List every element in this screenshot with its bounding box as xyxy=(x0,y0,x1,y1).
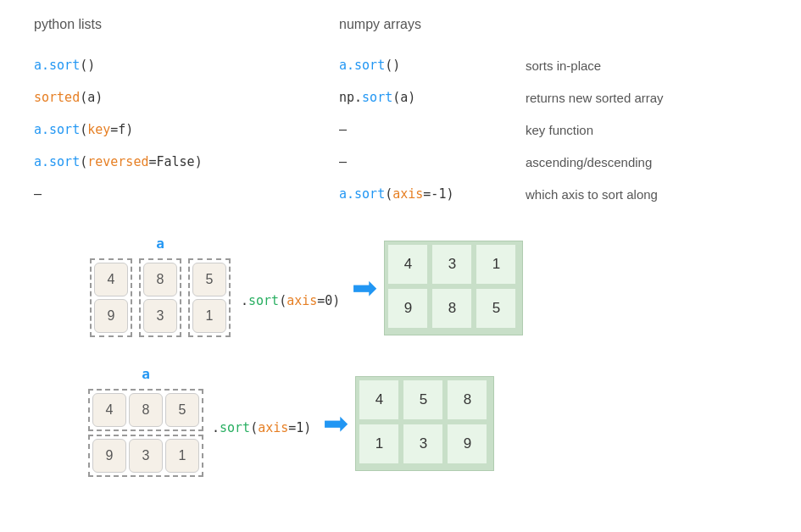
code-token: a.sort xyxy=(34,58,80,73)
matrix-cell: 5 xyxy=(403,380,442,419)
matrix-cell: 1 xyxy=(165,439,199,473)
right-arrow: ➡ xyxy=(352,273,377,303)
paren: ( xyxy=(279,293,286,308)
col-highlight-1: 8 3 xyxy=(139,258,181,337)
code-token: =False) xyxy=(148,154,202,169)
code-token: sort xyxy=(362,90,392,105)
matrix-cell: 3 xyxy=(432,245,471,284)
matrix-cell: 3 xyxy=(403,424,442,463)
python-code: a.sort(key=f) xyxy=(34,122,339,137)
param-key: axis xyxy=(258,420,288,435)
matrix-cell: 5 xyxy=(192,263,226,296)
matrix-cell: 1 xyxy=(476,245,515,284)
matrix-cell: 8 xyxy=(129,393,163,427)
numpy-code: – xyxy=(339,154,526,169)
code-token: axis xyxy=(392,186,423,202)
code-token: () xyxy=(80,58,95,73)
matrix-cell: 4 xyxy=(359,380,398,419)
code-token: – xyxy=(339,154,347,169)
matrix-cell: 4 xyxy=(94,263,128,296)
code-token: np. xyxy=(339,90,362,105)
code-token: – xyxy=(34,186,42,202)
matrix-cell: 5 xyxy=(165,393,199,427)
python-code: a.sort(reversed=False) xyxy=(34,154,339,169)
matrix-cell: 1 xyxy=(359,424,398,463)
python-code: sorted(a) xyxy=(34,90,339,105)
axis0-input: 4 9 8 3 5 1 xyxy=(85,255,236,341)
code-token: a.sort xyxy=(34,122,80,137)
matrix-cell: 1 xyxy=(192,299,226,333)
matrix-cell: 9 xyxy=(92,439,126,473)
table-row: a.sort(key=f) – key function xyxy=(34,114,767,146)
axis0-output-matrix: 4 3 1 9 8 5 xyxy=(384,241,523,335)
param-key: axis xyxy=(286,293,317,308)
code-token: (a) xyxy=(80,90,103,105)
matrix-cell: 4 xyxy=(388,245,427,284)
axis0-diagram: a 4 9 8 3 5 1 .sort(axis=0) xyxy=(85,236,767,341)
code-token: key xyxy=(87,122,110,137)
diagrams-section: a 4 9 8 3 5 1 .sort(axis=0) xyxy=(34,236,767,480)
code-token: a.sort xyxy=(339,186,385,202)
code-token: reversed xyxy=(87,154,148,169)
axis1-label: a xyxy=(142,366,150,382)
axis0-sort-label: .sort(axis=0) xyxy=(241,293,340,308)
matrix-cell: 3 xyxy=(129,439,163,473)
matrix-cell: 8 xyxy=(448,380,487,419)
code-token: ( xyxy=(80,122,87,137)
axis1-input-matrix: a 4 8 5 9 3 1 xyxy=(85,366,207,480)
matrix-cell: 8 xyxy=(143,263,177,296)
axis1-diagram: a 4 8 5 9 3 1 .sort(axis=1) ➡ xyxy=(85,366,767,480)
code-token: () xyxy=(385,58,400,73)
table-row: sorted(a) np.sort(a) returns new sorted … xyxy=(34,81,767,114)
method: sort xyxy=(220,420,250,435)
description: sorts in-place xyxy=(526,58,767,73)
eq: =0) xyxy=(317,293,340,308)
code-token: sorted xyxy=(34,90,80,105)
eq: =1) xyxy=(288,420,311,435)
numpy-code: a.sort(axis=-1) xyxy=(339,186,526,202)
description: returns new sorted array xyxy=(526,91,767,105)
code-token: (a) xyxy=(392,90,415,105)
axis0-label: a xyxy=(156,236,164,252)
matrix-cell: 9 xyxy=(448,424,487,463)
comparison-table: a.sort() a.sort() sorts in-place sorted(… xyxy=(34,49,767,210)
col-highlight-2: 5 1 xyxy=(188,258,231,337)
numpy-code: – xyxy=(339,122,526,137)
python-header: python lists xyxy=(34,17,339,32)
matrix-cell: 4 xyxy=(92,393,126,427)
table-row: – a.sort(axis=-1) which axis to sort alo… xyxy=(34,178,767,210)
output-grid: 4 5 8 1 3 9 xyxy=(355,376,494,471)
axis1-sort-label: .sort(axis=1) xyxy=(212,420,311,435)
method: sort xyxy=(248,293,279,308)
code-token: =f) xyxy=(110,122,133,137)
code-token: a.sort xyxy=(34,154,80,169)
col-highlight-0: 4 9 xyxy=(90,258,132,337)
row-highlight-1: 9 3 1 xyxy=(88,435,203,477)
python-code: a.sort() xyxy=(34,58,339,73)
numpy-header: numpy arrays xyxy=(339,17,526,32)
matrix-cell: 3 xyxy=(143,299,177,333)
table-row: a.sort() a.sort() sorts in-place xyxy=(34,49,767,81)
matrix-cell: 9 xyxy=(388,289,427,328)
row-highlight-0: 4 8 5 xyxy=(88,389,203,431)
matrix-cell: 8 xyxy=(432,289,471,328)
paren: ( xyxy=(250,420,258,435)
dot: . xyxy=(241,293,248,308)
table-row: a.sort(reversed=False) – ascending/desce… xyxy=(34,146,767,178)
description: ascending/descending xyxy=(526,155,767,169)
code-token: ( xyxy=(385,186,392,202)
axis1-output-matrix: 4 5 8 1 3 9 xyxy=(355,376,494,471)
axis1-input: 4 8 5 9 3 1 xyxy=(85,385,207,480)
python-code: – xyxy=(34,186,339,202)
matrix-cell: 9 xyxy=(94,299,128,333)
dot: . xyxy=(212,420,220,435)
description: key function xyxy=(526,123,767,137)
code-token: =-1) xyxy=(423,186,453,202)
axis0-input-matrix: a 4 9 8 3 5 1 xyxy=(85,236,236,341)
numpy-code: a.sort() xyxy=(339,58,526,73)
code-token: ( xyxy=(80,154,87,169)
output-grid: 4 3 1 9 8 5 xyxy=(384,241,523,335)
section-headers: python lists numpy arrays xyxy=(34,17,767,32)
description: which axis to sort along xyxy=(526,187,767,202)
right-arrow: ➡ xyxy=(323,408,348,439)
